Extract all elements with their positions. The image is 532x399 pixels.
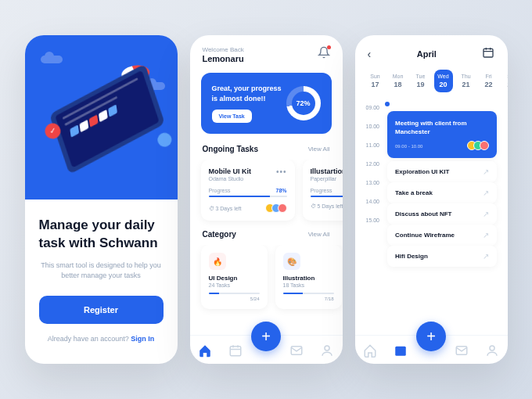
category-heading: Category xyxy=(203,230,236,239)
welcome-label: Welcome Back xyxy=(203,46,244,53)
categories-scroll[interactable]: 🔥 UI Design 24 Tasks 5/24 🎨 Illustration… xyxy=(190,245,343,317)
view-all-link[interactable]: View All xyxy=(308,231,330,238)
mail-icon[interactable] xyxy=(289,343,304,358)
calendar-icon[interactable] xyxy=(228,343,243,358)
task-card[interactable]: IllustartionPaperpillar••• Progress ⏱ 5 … xyxy=(303,160,343,221)
signin-row: Already have an account? Sign In xyxy=(39,335,164,343)
home-icon[interactable] xyxy=(198,343,212,358)
ongoing-heading: Ongoing Tasks xyxy=(203,145,259,153)
hour-labels: 09.0010.0011.0012.0013.0014.0015.00 xyxy=(366,102,380,335)
fire-icon: 🔥 xyxy=(209,253,226,270)
day-cell[interactable]: Wed20 xyxy=(434,70,453,92)
tasks-scroll[interactable]: Mobile UI KitOdama Studio••• Progress78%… xyxy=(190,160,343,228)
event-card[interactable]: Discuss about NFT↗ xyxy=(387,203,496,225)
more-icon[interactable]: ••• xyxy=(276,167,287,176)
now-indicator xyxy=(385,102,390,106)
home-icon[interactable] xyxy=(363,343,377,358)
signin-link[interactable]: Sign In xyxy=(131,335,154,343)
calendar-screen: ‹ April Sun17Mon18Tue19Wed20Thu21Fri22Sa… xyxy=(355,35,508,364)
category-card[interactable]: 🔥 UI Design 24 Tasks 5/24 xyxy=(201,245,268,309)
view-task-button[interactable]: View Task xyxy=(212,110,252,123)
progress-donut: 72% xyxy=(286,86,321,120)
view-all-link[interactable]: View All xyxy=(308,146,330,153)
day-cell[interactable]: Thu21 xyxy=(457,70,476,92)
svg-rect-3 xyxy=(483,49,493,57)
svg-point-6 xyxy=(490,346,494,350)
progress-title: Great, your progress is almost done!! xyxy=(212,84,286,103)
day-cell[interactable]: Fri22 xyxy=(480,70,498,92)
task-card[interactable]: Mobile UI KitOdama Studio••• Progress78%… xyxy=(201,160,295,221)
back-button[interactable]: ‹ xyxy=(368,48,372,60)
hero-illustration: ✓ xyxy=(25,35,178,200)
mail-icon[interactable] xyxy=(455,343,469,358)
calendar-icon[interactable] xyxy=(394,343,408,358)
svg-point-2 xyxy=(325,346,329,350)
onboarding-screen: ✓ Manage your daily task with Schwann Th… xyxy=(25,35,178,364)
svg-rect-4 xyxy=(395,347,406,356)
event-card[interactable]: Take a break↗ xyxy=(387,182,496,203)
subtitle: This smart tool is designed to help you … xyxy=(39,261,164,282)
month-label: April xyxy=(417,49,437,59)
bell-icon[interactable] xyxy=(318,46,330,59)
event-card[interactable]: Exploration UI KIT↗ xyxy=(387,161,496,182)
svg-rect-0 xyxy=(230,347,241,356)
event-card[interactable]: Hifi Design↗ xyxy=(387,246,496,267)
register-button[interactable]: Register xyxy=(39,296,164,324)
progress-card: Great, your progress is almost done!! Vi… xyxy=(201,73,332,134)
bottom-nav: + xyxy=(190,335,343,364)
day-cell[interactable]: Sat23 xyxy=(502,70,508,92)
add-button[interactable]: + xyxy=(251,322,281,351)
home-screen: Welcome Back Lemonaru Great, your progre… xyxy=(190,35,343,364)
day-cell[interactable]: Sun17 xyxy=(366,70,385,92)
username: Lemonaru xyxy=(203,54,244,63)
calendar-icon[interactable] xyxy=(482,46,494,62)
category-card[interactable]: 🎨 Illustration 18 Tasks 7/18 xyxy=(275,245,342,309)
add-button[interactable]: + xyxy=(416,322,446,351)
event-card[interactable]: Meeting with client from Manchester 09.0… xyxy=(387,111,496,158)
event-card[interactable]: Continue Wireframe↗ xyxy=(387,225,496,246)
day-picker[interactable]: Sun17Mon18Tue19Wed20Thu21Fri22Sat23Sun24 xyxy=(355,70,508,99)
user-icon[interactable] xyxy=(485,343,499,358)
headline: Manage your daily task with Schwann xyxy=(39,217,164,253)
day-cell[interactable]: Mon18 xyxy=(389,70,408,92)
day-cell[interactable]: Tue19 xyxy=(412,70,430,92)
bottom-nav: + xyxy=(355,335,508,364)
user-icon[interactable] xyxy=(320,343,334,358)
palette-icon: 🎨 xyxy=(283,253,300,270)
